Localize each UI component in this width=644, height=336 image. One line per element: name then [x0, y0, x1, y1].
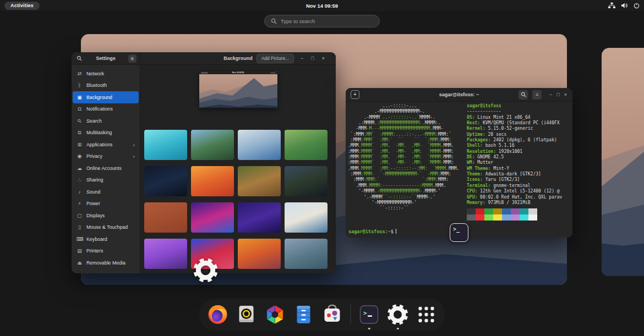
wallpaper-thumb-forest-road[interactable]: [285, 130, 328, 160]
music-player-icon: [236, 304, 258, 326]
app-grid-icon: [416, 304, 438, 326]
wallpaper-thumb-orange-hills[interactable]: [191, 166, 234, 196]
sidebar-item-power[interactable]: ⚡Power: [73, 198, 139, 210]
preview-mini-status: [270, 72, 276, 74]
sidebar-item-multitasking[interactable]: ⧉Multitasking: [73, 127, 139, 139]
dock-app-terminal[interactable]: >: [358, 304, 380, 326]
clock[interactable]: Nov 14 09:59: [306, 3, 338, 9]
bluetooth-icon: ᛒ: [77, 82, 83, 88]
terminal-menu-button[interactable]: ≡: [532, 90, 542, 100]
maximize-button[interactable]: □: [556, 92, 559, 97]
terminal-content[interactable]: ...-:::::-... .-MMMMMMMMMMMMMMM-. .-MMMM…: [346, 102, 572, 238]
terminal-titlebar: + sagar@itsfoss: ~ ≡ − □ ×: [346, 88, 572, 102]
sidebar-item-online-accounts[interactable]: ☁Online Accounts: [73, 162, 139, 174]
multitasking-icon: ⧉: [77, 130, 83, 136]
sound-icon: ♪: [77, 189, 83, 195]
sidebar-item-label: Removable Media: [86, 260, 125, 266]
sidebar-item-mouse-touchpad[interactable]: ▯Mouse & Touchpad: [73, 222, 139, 234]
wallpaper-grid: [144, 130, 328, 273]
preview-mini-topbar: Nov 14 09:59: [199, 71, 277, 74]
wallpaper-thumb-cyan-crystals[interactable]: [144, 130, 187, 160]
terminal-window[interactable]: + sagar@itsfoss: ~ ≡ − □ × ...-:::::-...…: [346, 88, 572, 238]
system-status-area[interactable]: [608, 0, 640, 11]
sidebar-item-label: Notifications: [86, 106, 113, 112]
firefox-icon: [207, 304, 229, 326]
settings-app-title: Settings: [96, 56, 116, 61]
maximize-button[interactable]: □: [311, 56, 314, 61]
wallpaper-thumb-autumn-path[interactable]: [238, 166, 281, 196]
menu-icon: ≡: [131, 56, 134, 62]
settings-content: Background Add Picture... − □ × Nov 14 0…: [140, 52, 336, 273]
search-bar[interactable]: [264, 15, 380, 27]
sidebar-item-bluetooth[interactable]: ᛒBluetooth: [73, 80, 139, 92]
wallpaper-thumb-sunset-palms[interactable]: [238, 239, 281, 269]
svg-text:>: >: [363, 310, 367, 317]
sidebar-item-applications[interactable]: ⊞Applications›: [73, 139, 139, 151]
wallpaper-thumb-dark-lines[interactable]: [144, 166, 187, 196]
search-input[interactable]: [281, 18, 373, 24]
sidebar-item-removable-media[interactable]: ⏏Removable Media: [73, 257, 139, 269]
wallpaper-thumb-planet-swirl[interactable]: [191, 202, 234, 233]
wallpaper-thumb-night-road[interactable]: [285, 166, 328, 196]
running-indicator: [397, 328, 399, 330]
settings-sidebar: Settings ≡ ⇄NetworkᛒBluetooth▣Background…: [72, 52, 140, 273]
hamburger-menu-button[interactable]: ≡: [128, 54, 137, 63]
terminal-icon: >: [358, 304, 380, 326]
volume-icon: [621, 2, 628, 9]
search-icon: [521, 92, 526, 97]
notifications-icon: Ω: [77, 106, 83, 112]
dock-app-app-grid[interactable]: [416, 304, 438, 326]
dock-app-firefox[interactable]: [207, 304, 229, 326]
close-button[interactable]: ×: [322, 56, 325, 61]
settings-sidebar-header: Settings ≡: [72, 52, 140, 65]
sidebar-item-label: Bluetooth: [86, 82, 107, 88]
wallpaper-thumb-mountain-road[interactable]: [285, 239, 328, 269]
dock-app-settings[interactable]: [387, 304, 409, 326]
files-icon: [293, 304, 315, 326]
wallpaper-thumb-green-coast[interactable]: [191, 130, 234, 160]
sidebar-item-label: Multitasking: [86, 130, 112, 135]
minimize-button[interactable]: −: [301, 56, 303, 61]
wallpaper-thumb-supertrees[interactable]: [144, 239, 187, 269]
terminal-search-button[interactable]: [519, 90, 528, 100]
sidebar-search-button[interactable]: [75, 54, 83, 63]
top-bar: Activities Nov 14 09:59: [0, 0, 644, 11]
removable-media-icon: ⏏: [77, 260, 83, 266]
sidebar-item-network[interactable]: ⇄Network: [73, 68, 139, 80]
sidebar-item-printers[interactable]: ▤Printers: [73, 245, 139, 257]
new-tab-button[interactable]: +: [351, 90, 359, 99]
chevron-right-icon: ›: [133, 141, 135, 148]
sidebar-item-background[interactable]: ▣Background: [73, 91, 139, 103]
neofetch-ascii-art: ...-:::::-... .-MMMMMMMMMMMMMMM-. .-MMMM…: [348, 103, 459, 212]
close-button[interactable]: ×: [564, 92, 567, 97]
dock-app-files[interactable]: [293, 304, 315, 326]
sidebar-item-notifications[interactable]: ΩNotifications: [73, 103, 139, 115]
sidebar-item-label: Applications: [86, 142, 112, 147]
activities-button[interactable]: Activities: [4, 2, 40, 10]
sidebar-item-sound[interactable]: ♪Sound: [73, 186, 139, 198]
sidebar-item-displays[interactable]: ▢Displays: [73, 210, 139, 222]
settings-window[interactable]: Settings ≡ ⇄NetworkᛒBluetooth▣Background…: [72, 52, 336, 273]
sidebar-item-privacy[interactable]: ◉Privacy›: [73, 151, 139, 163]
settings-header: Background Add Picture... − □ ×: [140, 52, 336, 65]
dock-app-music-player[interactable]: [236, 304, 258, 326]
sidebar-item-keyboard[interactable]: ⌨Keyboard: [73, 233, 139, 245]
sidebar-item-label: Mouse & Touchpad: [86, 224, 128, 230]
workspace-next-preview[interactable]: [602, 48, 644, 276]
dock-app-software-store[interactable]: [321, 304, 343, 326]
dock-separator: [351, 305, 351, 324]
dock-app-photos[interactable]: [264, 304, 286, 326]
sidebar-item-sharing[interactable]: ∴Sharing: [73, 174, 139, 186]
background-icon: ▣: [77, 95, 83, 100]
wallpaper-thumb-white-terrace[interactable]: [285, 202, 328, 233]
sidebar-item-search[interactable]: ⚲Search: [73, 115, 139, 127]
wallpaper-thumb-purple-wave[interactable]: [238, 202, 281, 233]
settings-app-badge-gear-icon[interactable]: [193, 257, 219, 283]
add-picture-button[interactable]: Add Picture...: [256, 54, 294, 63]
terminal-app-badge-icon[interactable]: >_: [450, 223, 468, 242]
wallpaper-thumb-clay-court[interactable]: [144, 202, 187, 233]
minimize-button[interactable]: −: [549, 92, 552, 97]
sidebar-item-label: Keyboard: [86, 236, 107, 242]
wallpaper-thumb-bubble[interactable]: [238, 130, 281, 160]
sidebar-item-label: Sound: [86, 189, 100, 195]
